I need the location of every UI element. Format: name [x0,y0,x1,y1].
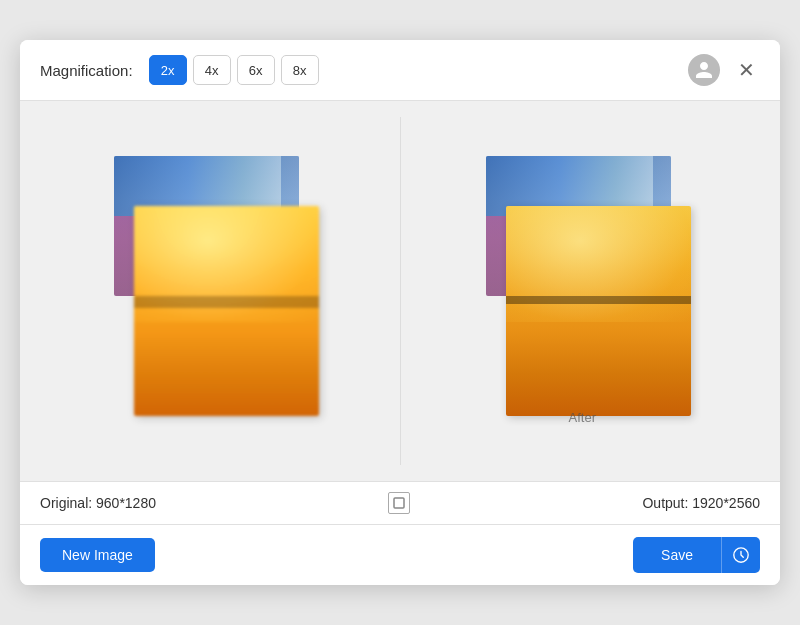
header: Magnification: 2x 4x 6x 8x ✕ [20,40,780,101]
mag-btn-2x[interactable]: 2x [149,55,187,85]
output-pane: After [401,117,765,465]
output-image-stack [486,156,686,426]
clock-icon [732,546,750,564]
output-front-image [506,206,691,416]
save-group: Save [633,537,760,573]
expand-icon[interactable] [388,492,410,514]
info-bar: Original: 960*1280 Output: 1920*2560 [20,481,780,524]
save-button[interactable]: Save [633,537,721,573]
mag-btn-8x[interactable]: 8x [281,55,319,85]
new-image-button[interactable]: New Image [40,538,155,572]
mag-btn-4x[interactable]: 4x [193,55,231,85]
original-pane [36,117,401,465]
magnification-label: Magnification: [40,62,133,79]
save-history-button[interactable] [721,537,760,573]
magnification-buttons: 2x 4x 6x 8x [149,55,319,85]
mag-btn-6x[interactable]: 6x [237,55,275,85]
dialog: Magnification: 2x 4x 6x 8x ✕ [20,40,780,585]
original-image-stack [114,156,314,426]
avatar[interactable] [688,54,720,86]
svg-rect-0 [394,498,404,508]
footer: New Image Save [20,524,780,585]
original-front-image [134,206,319,416]
close-button[interactable]: ✕ [732,56,760,84]
expand-icon-container[interactable] [384,492,414,514]
main-content: After [20,101,780,481]
original-dimensions: Original: 960*1280 [40,495,156,511]
output-dimensions: Output: 1920*2560 [642,495,760,511]
